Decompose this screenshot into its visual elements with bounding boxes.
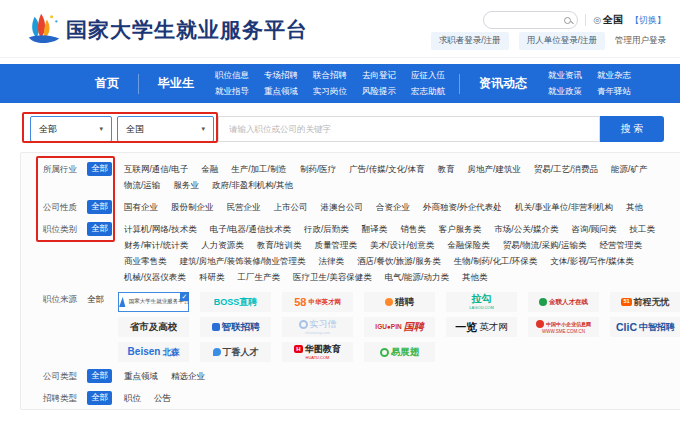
region-select[interactable]: 全国 ▾ bbox=[117, 116, 214, 142]
filter-item[interactable]: 股份制企业 bbox=[171, 199, 214, 215]
nav-item[interactable]: 职位信息 bbox=[215, 70, 249, 82]
nav-item[interactable]: 青年驿站 bbox=[597, 86, 631, 98]
search-button[interactable]: 搜索 bbox=[600, 116, 664, 142]
nav-item[interactable]: 专场招聘 bbox=[264, 70, 298, 82]
source-all-option[interactable]: 全部 bbox=[87, 291, 104, 307]
source-tile-shixiseng[interactable]: 实习僧shixiseng.com bbox=[282, 317, 353, 337]
filter-item[interactable]: 生物/制药/化工/环保类 bbox=[454, 253, 538, 269]
region-switch-link[interactable]: 【切换】 bbox=[630, 14, 666, 27]
keyword-input[interactable] bbox=[218, 116, 600, 142]
source-tile-iguopin[interactable]: IGU●PIN国聘 bbox=[364, 317, 435, 337]
filter-item[interactable]: 其他 bbox=[626, 199, 643, 215]
filter-all-chip[interactable]: 全部 bbox=[87, 369, 112, 383]
nav-item[interactable]: 联合招聘 bbox=[313, 70, 347, 82]
filter-item[interactable]: 能源/矿产 bbox=[611, 161, 647, 177]
nav-item[interactable]: 重点领域 bbox=[264, 86, 298, 98]
nav-item[interactable]: 去向登记 bbox=[362, 70, 396, 82]
filter-item[interactable]: 重点领域 bbox=[124, 368, 158, 384]
filter-item[interactable]: 其他类 bbox=[462, 269, 488, 285]
filter-item[interactable]: 政府/非盈利机构/其他 bbox=[212, 177, 293, 193]
filter-item[interactable]: 金融 bbox=[201, 161, 218, 177]
filter-item[interactable]: 建筑/房地产/装饰装修/物业管理类 bbox=[180, 253, 306, 269]
filter-item[interactable]: 贸易/物流/采购/运输类 bbox=[503, 237, 587, 253]
filter-item[interactable]: 科研类 bbox=[199, 269, 225, 285]
filter-item[interactable]: 机关/事业单位/非营利机构 bbox=[515, 199, 613, 215]
filter-item[interactable]: 制药/医疗 bbox=[300, 161, 336, 177]
filter-item[interactable]: 商业零售类 bbox=[124, 253, 167, 269]
filter-item[interactable]: 外商独资/外企代表处 bbox=[423, 199, 502, 215]
source-tile-yizhanchi[interactable]: 易展翅 bbox=[364, 342, 435, 362]
source-tile-51job-qianchengwuyou[interactable]: 51前程无忧 bbox=[610, 292, 680, 312]
jobseeker-login-button[interactable]: 求职者登录/注册 bbox=[431, 32, 509, 50]
filter-item[interactable]: 医疗卫生/美容保健类 bbox=[293, 269, 372, 285]
filter-item[interactable]: 广告/传媒/文化/体育 bbox=[349, 161, 424, 177]
filter-item[interactable]: 酒店/餐饮/旅游/服务类 bbox=[357, 253, 441, 269]
filter-all-chip[interactable]: 全部 bbox=[87, 222, 112, 236]
region-selector[interactable]: ◎ 全国 bbox=[593, 13, 623, 27]
filter-item[interactable]: 生产/加工/制造 bbox=[231, 161, 287, 177]
filter-item[interactable]: 物流/运输 bbox=[124, 177, 160, 193]
nav-item[interactable]: 就业政策 bbox=[548, 86, 582, 98]
source-tile-jinlian-rencai[interactable]: 金联人才在线 bbox=[528, 292, 599, 312]
nav-item-graduate[interactable]: 毕业生 bbox=[145, 75, 207, 92]
source-tile-yilan-yingcai[interactable]: 一览英才网 bbox=[446, 317, 517, 337]
filter-item[interactable]: 法律类 bbox=[319, 253, 345, 269]
nav-item[interactable]: 宏志助航 bbox=[411, 86, 445, 98]
filter-item[interactable]: 销售类 bbox=[400, 221, 426, 237]
filter-item[interactable]: 民营企业 bbox=[227, 199, 261, 215]
filter-item[interactable]: 互联网/通信/电子 bbox=[124, 161, 188, 177]
admin-login-link[interactable]: 管理用户登录 bbox=[615, 35, 666, 47]
filter-item[interactable]: 贸易/工艺/消费品 bbox=[534, 161, 598, 177]
filter-item[interactable]: 精选企业 bbox=[171, 368, 205, 384]
filter-item[interactable]: 人力资源类 bbox=[201, 237, 244, 253]
filter-item[interactable]: 服务业 bbox=[173, 177, 199, 193]
source-tile-58-zhonghua[interactable]: 58中华英才网 bbox=[282, 292, 353, 312]
filter-item[interactable]: 技工类 bbox=[629, 221, 655, 237]
filter-item[interactable]: 咨询/顾问类 bbox=[572, 221, 617, 237]
source-tile-dingxiang-rencai[interactable]: 丁香人才 bbox=[200, 342, 271, 362]
filter-item[interactable]: 国有企业 bbox=[124, 199, 158, 215]
filter-all-chip[interactable]: 全部 bbox=[87, 391, 112, 405]
nav-item-news[interactable]: 资讯动态 bbox=[466, 75, 540, 92]
source-tile-zhilian[interactable]: 智联招聘 bbox=[200, 317, 271, 337]
nav-item[interactable]: 实习岗位 bbox=[313, 86, 347, 98]
filter-item[interactable]: 教育 bbox=[437, 161, 454, 177]
nav-item-home[interactable]: 首页 bbox=[82, 75, 132, 92]
filter-item[interactable]: 美术/设计/创意类 bbox=[370, 237, 434, 253]
filter-all-chip[interactable]: 全部 bbox=[87, 200, 112, 214]
filter-item[interactable]: 客户服务类 bbox=[439, 221, 482, 237]
filter-item[interactable]: 翻译类 bbox=[362, 221, 388, 237]
source-tile-beisen[interactable]: Beisen北森 bbox=[118, 342, 189, 362]
nav-item[interactable]: 应征入伍 bbox=[411, 70, 445, 82]
filter-item[interactable]: 教育/培训类 bbox=[257, 237, 302, 253]
filter-item[interactable]: 金融保险类 bbox=[447, 237, 490, 253]
nav-item[interactable]: 风险提示 bbox=[362, 86, 396, 98]
filter-item[interactable]: 经营管理类 bbox=[599, 237, 642, 253]
filter-item[interactable]: 市场/公关/媒介类 bbox=[494, 221, 558, 237]
nav-item[interactable]: 就业杂志 bbox=[597, 70, 631, 82]
filter-item[interactable]: 上市公司 bbox=[274, 199, 308, 215]
filter-item[interactable]: 行政/后勤类 bbox=[304, 221, 349, 237]
employer-login-button[interactable]: 用人单位登录/注册 bbox=[519, 32, 605, 50]
header-search-input[interactable] bbox=[483, 11, 578, 29]
source-tile-sme[interactable]: 中国中小企业信息网WWW.SME.COM.CN bbox=[528, 317, 599, 337]
source-tile-province-universities[interactable]: 省市及高校 bbox=[118, 317, 189, 337]
nav-item[interactable]: 就业指导 bbox=[215, 86, 249, 98]
search-icon[interactable] bbox=[564, 17, 571, 24]
filter-item[interactable]: 合资企业 bbox=[376, 199, 410, 215]
nav-item[interactable]: 就业资讯 bbox=[548, 70, 582, 82]
filter-item[interactable]: 计算机/网络/技术类 bbox=[124, 221, 197, 237]
category-select[interactable]: 全部 ▾ bbox=[30, 116, 112, 142]
filter-item[interactable]: 电气/能源/动力类 bbox=[385, 269, 449, 285]
filter-item[interactable]: 机械/仪器仪表类 bbox=[124, 269, 186, 285]
filter-item[interactable]: 港澳台公司 bbox=[321, 199, 364, 215]
source-tile-ciic[interactable]: CliC中智招聘 bbox=[610, 317, 680, 337]
filter-item[interactable]: 电子/电器/通信技术类 bbox=[210, 221, 291, 237]
filter-item[interactable]: 文体/影视/写作/媒体类 bbox=[550, 253, 634, 269]
filter-item[interactable]: 财务/审计/统计类 bbox=[124, 237, 188, 253]
source-tile-ncss[interactable]: 国家大学生就业服务平台✓ bbox=[118, 292, 189, 312]
filter-item[interactable]: 公告 bbox=[154, 390, 171, 406]
source-tile-lagou[interactable]: 拉勾LAGOU.COM bbox=[446, 292, 517, 312]
filter-item[interactable]: 职位 bbox=[124, 390, 141, 406]
filter-item[interactable]: 质量管理类 bbox=[315, 237, 358, 253]
